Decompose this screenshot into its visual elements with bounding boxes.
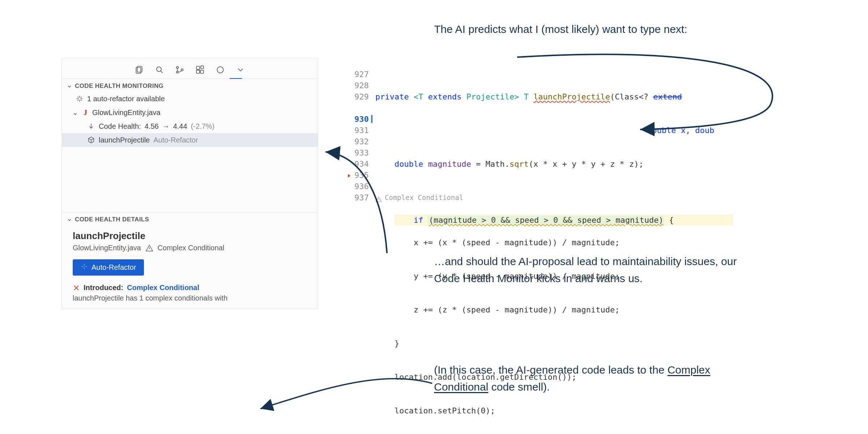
svg-rect-9 — [201, 66, 204, 69]
source-control-icon[interactable] — [175, 65, 185, 75]
x-icon — [73, 284, 80, 292]
svg-point-4 — [176, 71, 178, 73]
method-row[interactable]: launchProjectile Auto-Refactor — [62, 133, 318, 147]
search-icon[interactable] — [154, 65, 165, 75]
line-number: 927 — [354, 69, 369, 80]
chevron-down-icon — [73, 110, 78, 115]
warning-icon — [145, 244, 153, 252]
details-header-label: CODE HEALTH DETAILS — [75, 216, 149, 223]
svg-rect-7 — [196, 70, 200, 73]
line-number: 932 — [354, 136, 369, 147]
details-function-name: launchProjectile — [73, 230, 307, 244]
codescene-icon[interactable] — [215, 65, 225, 75]
files-icon[interactable] — [134, 65, 144, 75]
chevron-down-icon — [67, 84, 72, 89]
auto-refactor-button-label: Auto-Refactor — [92, 263, 136, 272]
sidebar-toolbar — [62, 58, 318, 79]
code-health-to: 4.44 — [173, 122, 187, 131]
line-number: 936 — [354, 181, 369, 192]
code-health-label: Code Health: — [99, 122, 141, 131]
introduced-label: Introduced: — [84, 284, 123, 292]
code-health-delta: (-2.7%) — [191, 122, 215, 131]
code-health-arrow: → — [162, 122, 170, 131]
svg-rect-6 — [196, 66, 200, 69]
code-health-sidebar: CODE HEALTH MONITORING 1 auto-refactor a… — [61, 58, 318, 309]
code-health-details-panel: CODE HEALTH DETAILS launchProjectile Glo… — [62, 212, 318, 309]
code-editor[interactable]: 927 928 929 930 931 932 933 934 935 936 … — [354, 69, 714, 434]
line-number: 931 — [354, 125, 369, 136]
svg-rect-8 — [200, 70, 204, 73]
line-number: 935 — [354, 170, 369, 181]
auto-refactor-summary-row[interactable]: 1 auto-refactor available — [62, 92, 318, 106]
svg-point-3 — [176, 67, 178, 68]
code-health-from: 4.56 — [145, 122, 159, 131]
sparkle-icon — [81, 263, 88, 272]
method-name-label: launchProjectile — [99, 136, 150, 144]
annotation-top: The AI predicts what I (most likely) wan… — [434, 21, 738, 38]
auto-refactor-summary-label: 1 auto-refactor available — [87, 95, 165, 103]
line-number: 930 — [354, 114, 369, 125]
file-row[interactable]: J GlowLivingEntity.java — [62, 106, 318, 119]
extensions-icon[interactable] — [195, 65, 205, 75]
svg-point-2 — [157, 67, 161, 72]
code-health-row[interactable]: Code Health: 4.56 → 4.44 (-2.7%) — [62, 119, 318, 133]
details-issue-label: Complex Conditional — [158, 244, 225, 252]
editor-gutter: 927 928 929 930 931 932 933 934 935 936 … — [354, 69, 375, 434]
editor-code[interactable]: private <T extends Projectile> T launchP… — [375, 69, 714, 434]
line-number: 934 — [354, 158, 369, 170]
svg-point-5 — [181, 69, 183, 71]
java-file-icon: J — [82, 109, 89, 117]
line-number: 928 — [354, 80, 369, 91]
chevron-down-icon[interactable] — [235, 65, 246, 75]
monitoring-header-label: CODE HEALTH MONITORING — [75, 82, 163, 90]
svg-point-10 — [217, 67, 223, 73]
auto-refactor-button[interactable]: Auto-Refactor — [73, 259, 144, 276]
arrow-down-icon — [87, 122, 95, 130]
sparkle-icon — [76, 95, 84, 103]
line-number — [354, 102, 369, 114]
line-number: 933 — [354, 147, 369, 158]
monitoring-header[interactable]: CODE HEALTH MONITORING — [62, 79, 318, 92]
line-number: 929 — [354, 91, 369, 102]
inline-warning-label: Complex Conditional — [385, 192, 463, 203]
introduced-link[interactable]: Complex Conditional — [127, 284, 199, 292]
line-number: 937 — [354, 192, 369, 203]
method-tag-label: Auto-Refactor — [153, 136, 198, 144]
details-description: launchProjectile has 1 complex condition… — [73, 294, 307, 302]
details-header[interactable]: CODE HEALTH DETAILS — [62, 212, 318, 225]
details-file-name: GlowLivingEntity.java — [73, 244, 141, 252]
warning-icon — [375, 195, 382, 201]
chevron-down-icon — [67, 217, 72, 222]
method-icon — [87, 136, 95, 144]
file-name-label: GlowLivingEntity.java — [92, 109, 161, 117]
